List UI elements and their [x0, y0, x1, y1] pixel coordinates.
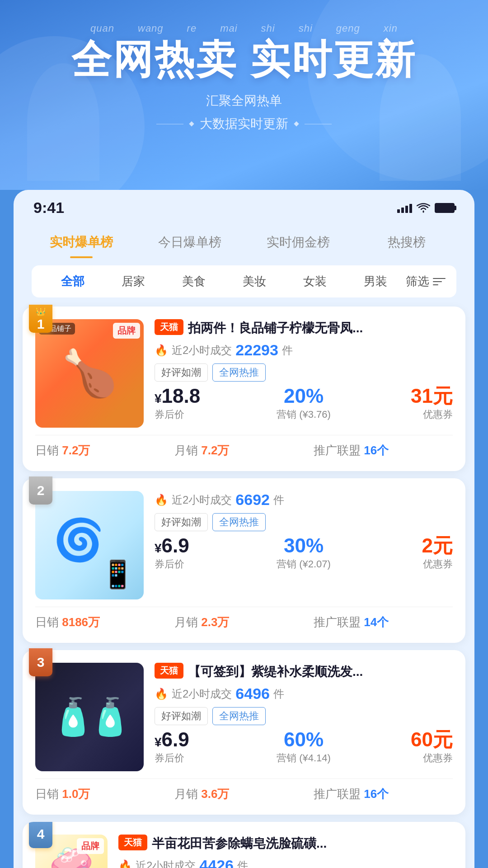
tab-today-hot[interactable]: 今日爆单榜	[136, 226, 244, 258]
status-icons	[397, 203, 455, 213]
brand-tag-1: 品牌	[113, 323, 140, 339]
commission-block-3: 60% 营销 (¥4.14)	[254, 730, 353, 765]
product-info-2: 🔥 近2小时成交 6692 件 好评如潮 全网热推 ¥6.9	[155, 491, 453, 599]
daily-sales-1: 日销 7.2万	[35, 443, 174, 458]
cat-food[interactable]: 美食	[164, 274, 224, 289]
product-top-3: 天猫 【可签到】紫缇补水柔顺洗发... 🔥 近2小时成交 6496 件 好评如潮…	[35, 663, 453, 771]
cat-all[interactable]: 全部	[42, 274, 103, 289]
price-block-2: ¥6.9 券后价	[155, 536, 254, 571]
rank-badge-3: 3	[29, 648, 52, 676]
hero-section: quan wang re mai shi shi geng xin 全网热卖 实…	[0, 0, 488, 190]
category-filter-row: 全部 居家 美食 美妆 女装 男装 筛选	[32, 265, 456, 297]
tag-hot-3: 全网热推	[212, 707, 266, 725]
price-value-1: ¥18.8	[155, 386, 254, 406]
product-top-1: 良品铺子 品牌 天猫 拍两件！良品铺子柠檬无骨凤... 🔥 近2小时成交 222…	[35, 319, 453, 428]
sales-row-1: 🔥 近2小时成交 22293 件	[155, 341, 453, 359]
price-block-1: ¥18.8 券后价	[155, 386, 254, 421]
product-name-3: 【可签到】紫缇补水柔顺洗发...	[188, 663, 453, 680]
brand-tag-4: 品牌	[77, 838, 104, 854]
tags-row-3: 好评如潮 全网热推	[155, 707, 453, 725]
sales-row-4: 🔥 近2小时成交 4426 件	[118, 857, 453, 868]
platform-badge-1: 天猫	[155, 319, 183, 335]
platform-badge-4: 天猫	[118, 835, 147, 850]
product-top-4: 品牌 天猫 半亩花田苦参除螨皂洗脸硫磺... 🔥 近2小时成交 4426 件	[35, 835, 453, 868]
tab-realtime-hot[interactable]: 实时爆单榜	[27, 226, 136, 258]
fire-icon-4: 🔥	[118, 859, 132, 868]
product-card-4: 4 品牌 天猫 半亩花田苦参除螨皂洗脸硫磺... 🔥 近2小时成交 4426 件	[23, 822, 465, 868]
signal-icon	[397, 203, 412, 213]
hero-figure-left	[27, 63, 99, 181]
hero-pinyin: quan wang re mai shi shi geng xin	[90, 23, 398, 34]
hero-figure-right	[380, 54, 461, 181]
commission-block-2: 30% 营销 (¥2.07)	[254, 536, 353, 571]
divider-1	[35, 435, 453, 435]
cat-beauty[interactable]: 美妆	[224, 274, 285, 289]
tag-praise-3: 好评如潮	[155, 707, 208, 725]
tag-praise-1: 好评如潮	[155, 363, 208, 382]
monthly-sales-1: 月销 7.2万	[174, 443, 314, 458]
coupon-block-2: 2元 优惠券	[353, 536, 453, 571]
coupon-block-1: 31元 优惠券	[353, 386, 453, 421]
daily-sales-3: 日销 1.0万	[35, 786, 174, 802]
product-image-1: 良品铺子 品牌	[35, 319, 144, 428]
stats-row-1: 日销 7.2万 月销 7.2万 推广联盟 16个	[35, 443, 453, 458]
status-bar: 9:41	[14, 190, 474, 221]
price-value-3: ¥6.9	[155, 730, 254, 750]
product-info-4: 天猫 半亩花田苦参除螨皂洗脸硫磺... 🔥 近2小时成交 4426 件	[118, 835, 453, 868]
monthly-sales-3: 月销 3.6万	[174, 786, 314, 802]
commission-block-1: 20% 营销 (¥3.76)	[254, 386, 353, 421]
product-info-3: 天猫 【可签到】紫缇补水柔顺洗发... 🔥 近2小时成交 6496 件 好评如潮…	[155, 663, 453, 771]
tags-row-1: 好评如潮 全网热推	[155, 363, 453, 382]
tags-row-2: 好评如潮 全网热推	[155, 513, 453, 531]
cat-women[interactable]: 女装	[285, 274, 345, 289]
product-title-row-3: 天猫 【可签到】紫缇补水柔顺洗发...	[155, 663, 453, 680]
product-card-1: 👑 1 良品铺子 品牌 天猫 拍两件！良品铺子柠檬无骨凤... 🔥	[23, 307, 465, 471]
product-info-1: 天猫 拍两件！良品铺子柠檬无骨凤... 🔥 近2小时成交 22293 件 好评如…	[155, 319, 453, 428]
product-name-4: 半亩花田苦参除螨皂洗脸硫磺...	[152, 835, 453, 852]
stats-row-2: 日销 8186万 月销 2.3万 推广联盟 14个	[35, 614, 453, 630]
filter-icon	[433, 277, 446, 287]
filter-button[interactable]: 筛选	[406, 274, 446, 289]
prices-row-2: ¥6.9 券后价 30% 营销 (¥2.07) 2元 优惠券	[155, 536, 453, 571]
fire-icon-3: 🔥	[155, 688, 168, 700]
daily-sales-2: 日销 8186万	[35, 614, 174, 630]
fire-icon-2: 🔥	[155, 494, 168, 506]
product-image-3	[35, 663, 144, 771]
platform-badge-3: 天猫	[155, 663, 183, 679]
prices-row-3: ¥6.9 券后价 60% 营销 (¥4.14) 60元 优惠券	[155, 730, 453, 765]
cat-men[interactable]: 男装	[345, 274, 406, 289]
alliance-2: 推广联盟 14个	[314, 614, 453, 630]
products-list: 👑 1 良品铺子 品牌 天猫 拍两件！良品铺子柠檬无骨凤... 🔥	[14, 297, 474, 868]
divider-2	[35, 607, 453, 607]
coupon-block-3: 60元 优惠券	[353, 730, 453, 765]
rank-badge-1: 👑 1	[29, 305, 52, 333]
price-value-2: ¥6.9	[155, 536, 254, 556]
product-title-row-1: 天猫 拍两件！良品铺子柠檬无骨凤...	[155, 319, 453, 337]
tab-hot-search[interactable]: 热搜榜	[352, 226, 461, 258]
diamond-icon	[189, 122, 194, 127]
main-card: 9:41 实时爆单榜 今日爆单榜 实时佣金榜 热搜榜	[14, 190, 474, 868]
sales-row-3: 🔥 近2小时成交 6496 件	[155, 685, 453, 703]
product-card-3: 3 天猫 【可签到】紫缇补水柔顺洗发... 🔥 近2小时成交 6496 件	[23, 650, 465, 815]
alliance-1: 推广联盟 16个	[314, 443, 453, 458]
product-title-row-4: 天猫 半亩花田苦参除螨皂洗脸硫磺...	[118, 835, 453, 852]
wifi-icon	[417, 203, 430, 213]
tab-commission[interactable]: 实时佣金榜	[244, 226, 352, 258]
tag-hot-1: 全网热推	[212, 363, 266, 382]
divider-3	[35, 778, 453, 779]
sales-row-2: 🔥 近2小时成交 6692 件	[155, 491, 453, 509]
rank-badge-4: 4	[29, 822, 52, 848]
prices-row-1: ¥18.8 券后价 20% 营销 (¥3.76) 31元 优惠券	[155, 386, 453, 421]
product-image-2	[35, 491, 144, 599]
tag-praise-2: 好评如潮	[155, 513, 208, 531]
alliance-3: 推广联盟 16个	[314, 786, 453, 802]
stats-row-3: 日销 1.0万 月销 3.6万 推广联盟 16个	[35, 786, 453, 802]
battery-icon	[435, 203, 455, 213]
hero-title: 全网热卖 实时更新	[71, 38, 417, 82]
cat-home[interactable]: 居家	[103, 274, 164, 289]
rank-badge-2: 2	[29, 476, 52, 505]
product-name-1: 拍两件！良品铺子柠檬无骨凤...	[188, 319, 453, 337]
diamond-icon	[294, 122, 299, 127]
product-card-2: 2 🔥 近2小时成交 6692 件 好评如潮 全网热推	[23, 478, 465, 643]
monthly-sales-2: 月销 2.3万	[174, 614, 314, 630]
